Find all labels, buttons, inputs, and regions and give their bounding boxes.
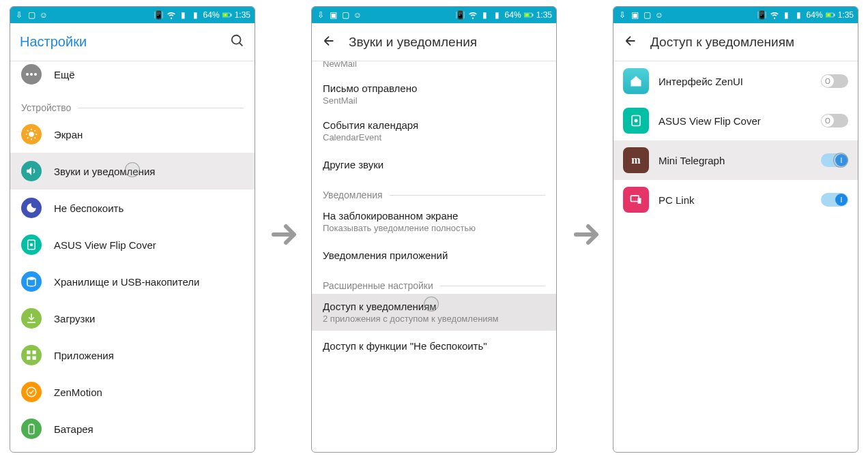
item-sub: 2 приложения с доступом к уведомлениям [323, 314, 545, 324]
flipcover-app-icon [623, 108, 649, 134]
settings-item-display[interactable]: Экран [10, 116, 255, 153]
section-notifications: Уведомления [312, 180, 556, 203]
apps-list[interactable]: Интерфейс ZenUI O ASUS View Flip Cover O… [613, 61, 858, 452]
battery-pct: 64% [203, 10, 220, 20]
svg-point-8 [29, 132, 34, 137]
toggle-pclink[interactable]: I [821, 193, 848, 207]
app-row-minitelegraph[interactable]: m Mini Telegraph I [613, 140, 858, 180]
list-item[interactable]: Другие звуки [312, 149, 556, 180]
settings-item-more[interactable]: Ещё [10, 61, 255, 93]
item-title: Доступ к уведомлениям [323, 301, 545, 312]
storage-icon [21, 271, 42, 292]
sound-list[interactable]: NewMail Письмо отправлено SentMail Событ… [312, 61, 556, 452]
download-icon: ⇩ [618, 10, 627, 20]
vibrate-icon: 📳 [456, 10, 465, 20]
sim2-signal-icon: ▮ [794, 10, 804, 20]
item-sub: CalendarEvent [323, 132, 545, 142]
download-icon: ⇩ [14, 10, 24, 20]
screenshot-icon: ▢ [27, 10, 36, 20]
page-title: Звуки и уведомления [349, 35, 547, 50]
battery-icon [21, 419, 42, 439]
back-button[interactable] [321, 33, 336, 51]
svg-rect-22 [33, 350, 36, 354]
status-right: 📳 ▮ ▮ 64% 1:35 [154, 10, 250, 20]
svg-line-15 [27, 138, 29, 139]
app-row-pclink[interactable]: PC Link I [613, 180, 858, 220]
battery-pct: 64% [807, 10, 823, 20]
settings-item-zenmotion[interactable]: ZenMotion [10, 374, 255, 410]
status-bar: ⇩ ▢ ☺ 📳 ▮ ▮ 64% 1:35 [10, 7, 255, 23]
svg-rect-29 [532, 14, 533, 16]
list-item[interactable]: Письмо отправлено SentMail [312, 76, 556, 112]
vibrate-icon: 📳 [154, 10, 164, 20]
svg-point-25 [27, 387, 36, 397]
svg-point-19 [27, 277, 35, 280]
row-label: Экран [54, 129, 83, 140]
page-title: Настройки [20, 34, 230, 50]
app-row-flipcover[interactable]: ASUS View Flip Cover O [613, 101, 858, 140]
row-label: Не беспокоить [54, 202, 124, 214]
settings-item-storage[interactable]: Хранилище и USB-накопители [10, 263, 255, 300]
row-label: Ещё [54, 69, 75, 80]
sim1-signal-icon: ▮ [782, 10, 792, 20]
battery-charging-icon [826, 10, 835, 20]
status-right: 📳 ▮ ▮ 64% 1:35 [456, 10, 552, 20]
display-icon [21, 124, 42, 145]
row-label: Звуки и уведомления [54, 166, 155, 177]
list-item[interactable]: Доступ к функции "Не беспокоить" [312, 331, 556, 361]
android-icon: ☺ [353, 10, 362, 20]
list-item[interactable]: Уведомления приложений [312, 240, 556, 271]
screen-settings: ⇩ ▢ ☺ 📳 ▮ ▮ 64% 1:35 Настройки [10, 6, 255, 453]
search-button[interactable] [230, 33, 245, 51]
list-item[interactable]: NewMail [312, 61, 556, 76]
svg-line-16 [35, 130, 36, 132]
app-bar: Настройки [10, 23, 255, 61]
item-sub: NewMail [323, 61, 545, 69]
settings-item-apps[interactable]: Приложения [10, 337, 255, 374]
toggle-minitelegraph[interactable]: I [821, 153, 848, 167]
apps-icon [21, 345, 42, 365]
pclink-icon [623, 187, 649, 213]
row-label: Загрузки [54, 313, 95, 324]
list-item[interactable]: На заблокированном экране Показывать уве… [312, 203, 556, 240]
svg-rect-24 [33, 357, 36, 360]
settings-item-battery[interactable]: Батарея [10, 410, 255, 447]
dnd-icon [21, 198, 42, 218]
list-item-notification-access[interactable]: Доступ к уведомлениям 2 приложения с дос… [312, 294, 556, 331]
toggle-flipcover[interactable]: O [821, 114, 848, 127]
back-button[interactable] [623, 33, 638, 51]
settings-item-sound[interactable]: Звуки и уведомления [10, 153, 255, 190]
svg-rect-27 [31, 424, 33, 425]
settings-item-downloads[interactable]: Загрузки [10, 300, 255, 337]
app-name: Интерфейс ZenUI [659, 76, 821, 87]
item-sub: Показывать уведомление полностью [323, 223, 545, 233]
item-title: Письмо отправлено [323, 82, 545, 94]
svg-point-18 [30, 243, 33, 247]
svg-line-14 [35, 138, 36, 139]
item-title: Уведомления приложений [323, 249, 545, 261]
screen-sound-notifications: ⇩ ▣ ▢ ☺ 📳 ▮ ▮ 64% 1:35 Звуки и уведомлен… [311, 6, 557, 453]
status-bar: ⇩ ▣ ▢ ☺ 📳 ▮ ▮ 64% 1:35 [312, 7, 556, 23]
item-title: Другие звуки [323, 159, 545, 170]
battery-pct: 64% [505, 10, 521, 20]
app-row-zenui[interactable]: Интерфейс ZenUI O [613, 61, 858, 101]
settings-item-dnd[interactable]: Не беспокоить [10, 190, 255, 226]
more-icon [21, 64, 42, 85]
svg-point-5 [26, 73, 29, 76]
sim2-signal-icon: ▮ [191, 10, 201, 20]
image-icon: ▣ [328, 10, 338, 20]
screen-notification-access: ⇩ ▣ ▢ ☺ 📳 ▮ ▮ 64% 1:35 Доступ к уведомле… [613, 6, 858, 453]
svg-line-4 [240, 42, 243, 46]
flow-arrow-icon [268, 218, 301, 251]
toggle-zenui[interactable]: O [821, 74, 848, 88]
app-name: ASUS View Flip Cover [659, 115, 821, 127]
svg-rect-36 [631, 196, 639, 201]
toggle-knob: I [835, 194, 848, 206]
section-advanced: Расширенные настройки [312, 271, 556, 294]
settings-list[interactable]: Ещё Устройство Экран Звуки и уведомления… [10, 61, 255, 452]
settings-item-flipcover[interactable]: ASUS View Flip Cover [10, 226, 255, 263]
section-device: Устройство [10, 93, 255, 116]
android-icon: ☺ [654, 10, 664, 20]
list-item[interactable]: События календаря CalendarEvent [312, 112, 556, 149]
sim1-signal-icon: ▮ [179, 10, 188, 20]
